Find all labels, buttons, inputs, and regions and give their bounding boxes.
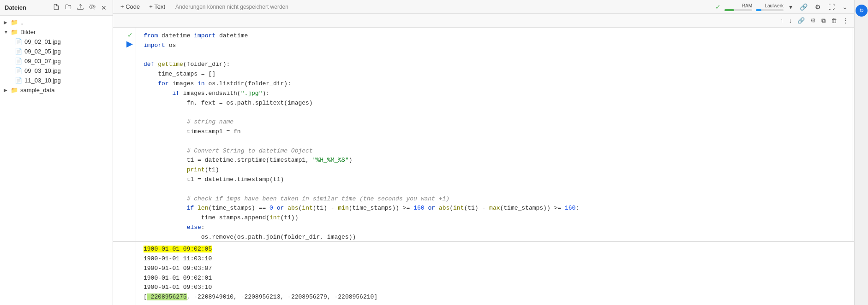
tree-item-file5[interactable]: 📄 11_03_10.jpg [0, 76, 113, 85]
cell-settings-button[interactable]: ⚙ [808, 16, 818, 25]
upload-button[interactable] [76, 3, 85, 12]
new-file-button[interactable] [52, 3, 61, 12]
add-text-label: + Text [149, 3, 165, 10]
output-section: 1900-01-01 09:02:05 1900-01-01 11:03:10 … [113, 241, 854, 305]
expand-arrow-bilder: ▼ [4, 29, 9, 35]
laufwerk-indicator: Laufwerk [756, 3, 784, 11]
close-sidebar-button[interactable]: ✕ [100, 3, 108, 12]
file-icon-2: 📄 [15, 48, 22, 55]
top-toolbar: + Code + Text Änderungen können nicht ge… [113, 0, 854, 14]
sidebar-tree: ▶ 📁 .. ▼ 📁 Bilder 📄 09_02_01.jpg 📄 09_02… [0, 16, 113, 305]
editor-area: ↑ ↓ 🔗 ⚙ ⧉ 🗑 ⋮ ✓ ▶ from datetime import d… [113, 14, 854, 305]
hide-sidebar-button[interactable] [88, 3, 97, 12]
cell-gutter: ✓ ▶ [113, 28, 136, 241]
output-gutter [113, 242, 136, 305]
add-code-label: + Code [120, 3, 140, 10]
ram-bar-container [724, 9, 752, 11]
tree-label-file3: 09_03_07.jpg [24, 58, 61, 65]
expand-arrow-parent: ▶ [4, 20, 9, 25]
output-line-4: 1900-01-01 09:02:01 [144, 274, 377, 283]
tree-item-file2[interactable]: 📄 09_02_05.jpg [0, 47, 113, 56]
tree-label-file5: 11_03_10.jpg [24, 77, 61, 84]
tree-item-file1[interactable]: 📄 09_02_01.jpg [0, 37, 113, 47]
ram-label: RAM [742, 3, 752, 9]
highlight-green-1: -2208956275 [147, 293, 187, 300]
toolbar-dropdown-button[interactable]: ▾ [787, 2, 794, 12]
file-icon-5: 📄 [15, 77, 22, 84]
file-icon-3: 📄 [15, 58, 22, 65]
sidebar: Dateien ✕ ▶ 📁 .. ▼ 📁 B [0, 0, 113, 305]
code-content: from datetime import datetime import os … [136, 28, 850, 241]
refresh-icon: ↻ [859, 7, 864, 14]
output-area: 1900-01-01 09:02:05 1900-01-01 11:03:10 … [136, 242, 385, 305]
folder-icon-sample: 📁 [11, 87, 18, 94]
toolbar-link-button[interactable]: 🔗 [798, 2, 809, 12]
run-cell-button[interactable]: ▶ [126, 40, 133, 48]
laufwerk-label: Laufwerk [765, 3, 784, 9]
toolbar-expand-button[interactable]: ⛶ [826, 2, 837, 12]
link-cell-button[interactable]: 🔗 [796, 16, 807, 25]
toolbar-chevron-down-button[interactable]: ⌄ [840, 2, 850, 12]
output-line-3: 1900-01-01 09:03:07 [144, 264, 377, 274]
add-code-button[interactable]: + Code [118, 2, 143, 11]
output-line-5: 1900-01-01 09:03:10 [144, 283, 377, 293]
code-area[interactable]: from datetime import datetime import os … [136, 28, 850, 241]
check-icon: ✓ [715, 3, 721, 11]
sidebar-header-icons: ✕ [52, 3, 108, 12]
right-panel-refresh-button[interactable]: ↻ [856, 5, 868, 17]
main-panel: + Code + Text Änderungen können nicht ge… [113, 0, 854, 305]
tree-label-parent: .. [20, 19, 24, 26]
output-line-6: [-2208956275, -2208949010, -2208956213, … [144, 293, 377, 302]
unsaved-message: Änderungen können nicht gespeichert werd… [175, 4, 288, 10]
tree-item-sample-data[interactable]: ▶ 📁 sample_data [0, 85, 113, 95]
folder-icon-bilder: 📁 [11, 29, 18, 35]
more-cell-button[interactable]: ⋮ [841, 16, 850, 25]
tree-label-file1: 09_02_01.jpg [24, 38, 61, 45]
toolbar-right: ✓ RAM Laufwerk ▾ 🔗 ⚙ ⛶ ⌄ [715, 2, 850, 12]
file-icon-4: 📄 [15, 67, 22, 74]
file-icon-1: 📄 [15, 38, 22, 45]
tree-label-sample: sample_data [20, 87, 54, 94]
sidebar-title: Dateien [5, 4, 26, 11]
expand-arrow-sample: ▶ [4, 88, 9, 93]
tree-item-file4[interactable]: 📄 09_03_10.jpg [0, 66, 113, 76]
highlight-yellow-1: 1900-01-01 09:02:05 [144, 246, 212, 252]
move-down-button[interactable]: ↓ [787, 16, 794, 25]
notebook-cell: ✓ ▶ from datetime import datetime import… [113, 28, 854, 241]
cell-check-icon: ✓ [127, 31, 133, 39]
new-folder-button[interactable] [64, 3, 73, 12]
cell-vertical-divider [852, 28, 852, 241]
move-up-button[interactable]: ↑ [778, 16, 785, 25]
tree-label-bilder: Bilder [20, 29, 36, 35]
tree-item-bilder[interactable]: ▼ 📁 Bilder [0, 27, 113, 37]
ram-indicator: RAM [724, 3, 752, 11]
tree-item-file3[interactable]: 📄 09_03_07.jpg [0, 56, 113, 66]
delete-cell-button[interactable]: 🗑 [829, 16, 839, 25]
sidebar-header: Dateien ✕ [0, 0, 113, 16]
tree-label-file2: 09_02_05.jpg [24, 48, 61, 55]
copy-cell-button[interactable]: ⧉ [820, 16, 827, 25]
output-line-2: 1900-01-01 11:03:10 [144, 254, 377, 264]
ram-bar [724, 9, 734, 11]
right-panel: ↻ [854, 0, 868, 305]
add-text-button[interactable]: + Text [146, 2, 168, 11]
toolbar-settings-button[interactable]: ⚙ [813, 2, 823, 12]
tree-item-parent[interactable]: ▶ 📁 .. [0, 18, 113, 27]
folder-icon-parent: 📁 [11, 19, 18, 26]
laufwerk-bar-container [756, 9, 784, 11]
tree-label-file4: 09_03_10.jpg [24, 67, 61, 74]
notebook-toolbar: ↑ ↓ 🔗 ⚙ ⧉ 🗑 ⋮ [113, 14, 854, 28]
laufwerk-bar [756, 9, 761, 11]
output-line-1: 1900-01-01 09:02:05 [144, 245, 377, 254]
